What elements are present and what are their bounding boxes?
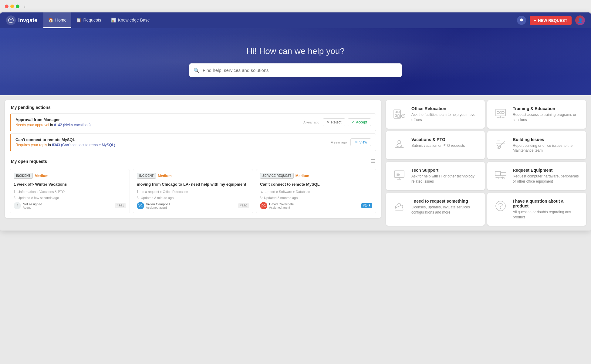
request-card-1-title: 1 week off- Winter Vacations bbox=[14, 182, 126, 187]
traffic-light-yellow[interactable] bbox=[10, 5, 14, 8]
question-product-icon bbox=[493, 199, 508, 213]
back-button[interactable]: ‹ bbox=[22, 3, 26, 10]
svg-rect-7 bbox=[496, 109, 505, 116]
home-icon: 🏠 bbox=[48, 18, 53, 22]
vacations-icon bbox=[392, 137, 407, 152]
action-ticket-ref-mysql[interactable]: #343 (Can't connect to remote MySQL) bbox=[52, 143, 115, 147]
request-card-1-path-text: ...information » Vacations & PTO bbox=[16, 190, 65, 194]
request-card-1-tags: INCIDENT Medium bbox=[14, 173, 126, 179]
service-info-tech-support: Tech Support Ask for help with IT or oth… bbox=[411, 168, 479, 184]
agent-name-3: David Coverdale bbox=[269, 202, 294, 206]
nav-item-home[interactable]: 🏠 Home bbox=[43, 12, 71, 28]
action-title-mysql: Can't connect to remote MySQL bbox=[15, 137, 331, 142]
service-card-request-something[interactable]: I need to request something Licenses, up… bbox=[386, 193, 485, 226]
pending-actions-title: My pending actions bbox=[5, 100, 381, 113]
service-card-office-relocation[interactable]: Office Relocation Ask the facilities tea… bbox=[386, 100, 485, 129]
nav-logo[interactable]: invgate bbox=[6, 15, 37, 25]
request-card-2-title: moving from Chicago to LA- need help wit… bbox=[137, 182, 249, 187]
user-avatar[interactable]: 👤 bbox=[575, 15, 585, 25]
accept-check-icon: ✓ bbox=[352, 120, 355, 124]
agent-role-2: Assigned agent bbox=[146, 206, 170, 209]
view-eye-icon: 👁 bbox=[354, 140, 358, 144]
traffic-lights bbox=[5, 5, 19, 8]
logo-icon bbox=[6, 15, 16, 25]
service-card-training[interactable]: Training & Education Request access to t… bbox=[487, 100, 586, 129]
nav-item-requests[interactable]: 📋 Requests bbox=[71, 12, 106, 28]
services-grid: Office Relocation Ask the facilities tea… bbox=[386, 100, 586, 226]
left-panel: My pending actions Approval from Manager… bbox=[5, 100, 381, 226]
service-info-building: Building Issues Report building or offic… bbox=[513, 137, 580, 153]
ticket-num-3: #343 bbox=[361, 203, 372, 208]
service-desc-question-product: All question or doubts regarding any pro… bbox=[513, 210, 580, 220]
service-title-request-something: I need to request something bbox=[411, 199, 479, 204]
service-card-building[interactable]: Building Issues Report building or offic… bbox=[487, 131, 586, 160]
action-in-label: in bbox=[50, 123, 54, 127]
svg-point-10 bbox=[502, 111, 504, 114]
list-view-icon[interactable]: ☰ bbox=[371, 158, 375, 164]
nav-home-label: Home bbox=[55, 18, 66, 22]
search-icon: 🔍 bbox=[194, 67, 200, 73]
request-card-2-updated-text: Updated A minute ago bbox=[141, 196, 174, 200]
svg-point-9 bbox=[499, 111, 502, 114]
service-card-question-product[interactable]: I have a question about a product All qu… bbox=[487, 193, 586, 226]
service-title-training: Training & Education bbox=[513, 106, 580, 111]
request-card-2: INCIDENT Medium moving from Chicago to L… bbox=[133, 169, 253, 213]
service-card-equipment[interactable]: Request Equipment Request computer hardw… bbox=[487, 162, 586, 190]
reject-button[interactable]: ✕ Reject bbox=[323, 118, 345, 126]
update-icon-2: ↻ bbox=[137, 196, 140, 200]
agent-info-3: DC David Coverdale Assigned agent bbox=[260, 202, 294, 209]
svg-rect-18 bbox=[502, 178, 504, 179]
request-card-3-path: ▲ ...pport » Software » Database bbox=[260, 190, 372, 194]
path-icon-2: ℹ bbox=[137, 190, 138, 194]
pending-actions-card: My pending actions Approval from Manager… bbox=[5, 100, 381, 218]
action-item-mysql: Can't connect to remote MySQL Requires y… bbox=[10, 133, 376, 151]
service-info-office-relocation: Office Relocation Ask the facilities tea… bbox=[411, 106, 479, 123]
main-content: My pending actions Approval from Manager… bbox=[0, 95, 591, 231]
agent-avatar-2: VC bbox=[137, 202, 144, 209]
request-card-2-tags: INCIDENT Medium bbox=[137, 173, 249, 179]
hero-banner: Hi! How can we help you? 🔍 bbox=[0, 28, 591, 95]
new-request-button[interactable]: + NEW REQUEST bbox=[530, 16, 572, 25]
service-card-vacations[interactable]: Vacations & PTO Submit vacation or PTO r… bbox=[386, 131, 485, 160]
app-window: invgate 🏠 Home 📋 Requests 📊 Knowledge Ba… bbox=[0, 12, 591, 231]
nav-requests-label: Requests bbox=[83, 18, 101, 22]
hero-search-input[interactable] bbox=[189, 63, 402, 77]
hero-title: Hi! How can we help you? bbox=[246, 46, 345, 56]
building-issues-icon bbox=[493, 137, 508, 152]
view-label: View bbox=[359, 140, 367, 144]
notification-bell[interactable] bbox=[517, 16, 526, 25]
action-in-label-2: in bbox=[48, 143, 52, 147]
service-desc-equipment: Request computer hardware, peripherals o… bbox=[513, 174, 580, 184]
request-card-3-updated: ↻ Updated 8 months ago bbox=[260, 196, 372, 200]
request-card-3-title: Can't connect to remote MySQL bbox=[260, 182, 372, 187]
traffic-light-green[interactable] bbox=[16, 5, 19, 8]
action-item-left-approval: Approval from Manager Needs your approva… bbox=[15, 117, 303, 127]
svg-point-0 bbox=[8, 18, 13, 23]
nav-item-knowledge-base[interactable]: 📊 Knowledge Base bbox=[106, 12, 155, 28]
path-icon-3: ▲ bbox=[260, 190, 264, 194]
reject-label: Reject bbox=[331, 120, 341, 124]
request-card-2-tag: INCIDENT bbox=[137, 173, 156, 179]
service-info-question-product: I have a question about a product All qu… bbox=[513, 199, 580, 220]
request-card-3-tag: SERVICE REQUEST bbox=[260, 173, 294, 179]
accept-button[interactable]: ✓ Accept bbox=[348, 118, 371, 126]
new-request-icon: + bbox=[534, 18, 536, 23]
service-card-tech-support[interactable]: Tech Support Ask for help with IT or oth… bbox=[386, 162, 485, 190]
request-card-1-footer: ? Not assigned Agent #361 bbox=[14, 202, 126, 209]
service-desc-tech-support: Ask for help with IT or other technology… bbox=[411, 174, 479, 184]
agent-info-2: VC Vivian Campbell Assigned agent bbox=[137, 202, 170, 209]
browser-chrome: ‹ bbox=[0, 0, 591, 12]
request-card-3-tags: SERVICE REQUEST Medium bbox=[260, 173, 372, 179]
service-desc-building: Report building or office issues to the … bbox=[513, 143, 580, 153]
view-button[interactable]: 👁 View bbox=[350, 138, 371, 146]
request-card-1-updated: ↻ Updated A few seconds ago bbox=[14, 196, 126, 200]
agent-name-2: Vivian Campbell bbox=[146, 202, 170, 206]
agent-avatar-1: ? bbox=[14, 202, 21, 209]
action-ticket-ref[interactable]: #142 (Neil's vacations) bbox=[54, 123, 91, 127]
request-card-1-path: ℹ ...information » Vacations & PTO bbox=[14, 190, 126, 194]
tech-support-icon bbox=[392, 168, 407, 182]
open-requests-header: My open requests ☰ bbox=[5, 153, 381, 167]
service-title-question-product: I have a question about a product bbox=[513, 199, 580, 208]
traffic-light-red[interactable] bbox=[5, 5, 8, 8]
browser-controls: ‹ bbox=[5, 3, 586, 10]
